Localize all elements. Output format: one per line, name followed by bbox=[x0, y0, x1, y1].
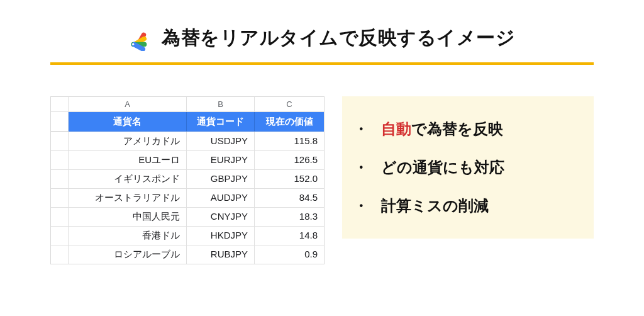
bullet-item: ・計算ミスの削減 bbox=[367, 196, 574, 215]
svg-point-7 bbox=[134, 48, 136, 50]
header-currency-name: 通貨名 bbox=[69, 112, 187, 132]
row-number bbox=[51, 245, 69, 264]
bullet-dot-icon: ・ bbox=[367, 119, 381, 138]
bullet-dot-icon: ・ bbox=[367, 196, 381, 215]
table-row: アメリカドルUSDJPY115.8 bbox=[51, 132, 324, 150]
svg-point-6 bbox=[132, 43, 134, 45]
cell-currency-name: 香港ドル bbox=[69, 226, 187, 245]
spreadsheet-sample: A B C 通貨名 通貨コード 現在の価値 アメリカドルUSDJPY115.8E… bbox=[50, 96, 325, 264]
header-current-value: 現在の価値 bbox=[255, 112, 324, 132]
cell-currency-code: CNYJPY bbox=[187, 207, 255, 226]
cell-currency-code: RUBJPY bbox=[187, 245, 255, 264]
col-letter-b: B bbox=[187, 97, 255, 112]
cell-currency-code: EURJPY bbox=[187, 150, 255, 169]
header-currency-code: 通貨コード bbox=[187, 112, 255, 132]
col-letter-a: A bbox=[69, 97, 187, 112]
cell-currency-name: 中国人民元 bbox=[69, 207, 187, 226]
cell-currency-code: HKDJPY bbox=[187, 226, 255, 245]
cell-currency-name: イギリスポンド bbox=[69, 169, 187, 188]
bullet-text: どの通貨にも対応 bbox=[381, 159, 504, 176]
table-row: EUユーロEURJPY126.5 bbox=[51, 150, 324, 169]
table-row: オーストラリアドルAUDJPY84.5 bbox=[51, 188, 324, 207]
bullet-list: ・自動で為替を反映・どの通貨にも対応・計算ミスの削減 bbox=[367, 119, 574, 216]
cell-currency-name: EUユーロ bbox=[69, 150, 187, 169]
title-row: 為替をリアルタイムで反映するイメージ bbox=[50, 25, 594, 51]
row-number bbox=[51, 132, 69, 150]
callout-box: ・自動で為替を反映・どの通貨にも対応・計算ミスの削減 bbox=[342, 96, 594, 239]
table-header-row: 通貨名 通貨コード 現在の価値 bbox=[51, 112, 324, 132]
row-number bbox=[51, 150, 69, 169]
bullet-text: 計算ミスの削減 bbox=[381, 197, 489, 214]
bullet-dot-icon: ・ bbox=[367, 157, 381, 177]
cell-currency-name: ロシアルーブル bbox=[69, 245, 187, 264]
cell-current-value: 84.5 bbox=[255, 188, 324, 207]
row-number bbox=[51, 188, 69, 207]
cell-currency-name: アメリカドル bbox=[69, 132, 187, 150]
page-title: 為替をリアルタイムで反映するイメージ bbox=[162, 25, 515, 51]
row-number bbox=[51, 226, 69, 245]
cell-current-value: 18.3 bbox=[255, 207, 324, 226]
table-row: 中国人民元CNYJPY18.3 bbox=[51, 207, 324, 226]
bullet-item: ・どの通貨にも対応 bbox=[367, 157, 574, 177]
title-divider bbox=[50, 62, 594, 65]
cell-current-value: 14.8 bbox=[255, 226, 324, 245]
row-number bbox=[51, 207, 69, 226]
table-row: 香港ドルHKDJPY14.8 bbox=[51, 226, 324, 245]
column-letters-row: A B C bbox=[51, 97, 324, 112]
cell-current-value: 115.8 bbox=[255, 132, 324, 150]
table-row: ロシアルーブルRUBJPY0.9 bbox=[51, 245, 324, 264]
cell-currency-code: GBPJPY bbox=[187, 169, 255, 188]
cell-currency-code: AUDJPY bbox=[187, 188, 255, 207]
table-body: アメリカドルUSDJPY115.8EUユーロEURJPY126.5イギリスポンド… bbox=[51, 132, 324, 264]
cell-current-value: 152.0 bbox=[255, 169, 324, 188]
apps-script-logo-icon bbox=[129, 26, 154, 51]
cell-currency-name: オーストラリアドル bbox=[69, 188, 187, 207]
svg-point-5 bbox=[133, 36, 135, 38]
bullet-item: ・自動で為替を反映 bbox=[367, 119, 574, 138]
col-letter-c: C bbox=[255, 97, 324, 112]
bullet-text: で為替を反映 bbox=[411, 120, 503, 137]
cell-currency-code: USDJPY bbox=[187, 132, 255, 150]
svg-point-4 bbox=[137, 31, 139, 33]
cell-current-value: 126.5 bbox=[255, 150, 324, 169]
row-number bbox=[51, 169, 69, 188]
cell-current-value: 0.9 bbox=[255, 245, 324, 264]
bullet-emphasis: 自動 bbox=[381, 120, 411, 137]
table-row: イギリスポンドGBPJPY152.0 bbox=[51, 169, 324, 188]
